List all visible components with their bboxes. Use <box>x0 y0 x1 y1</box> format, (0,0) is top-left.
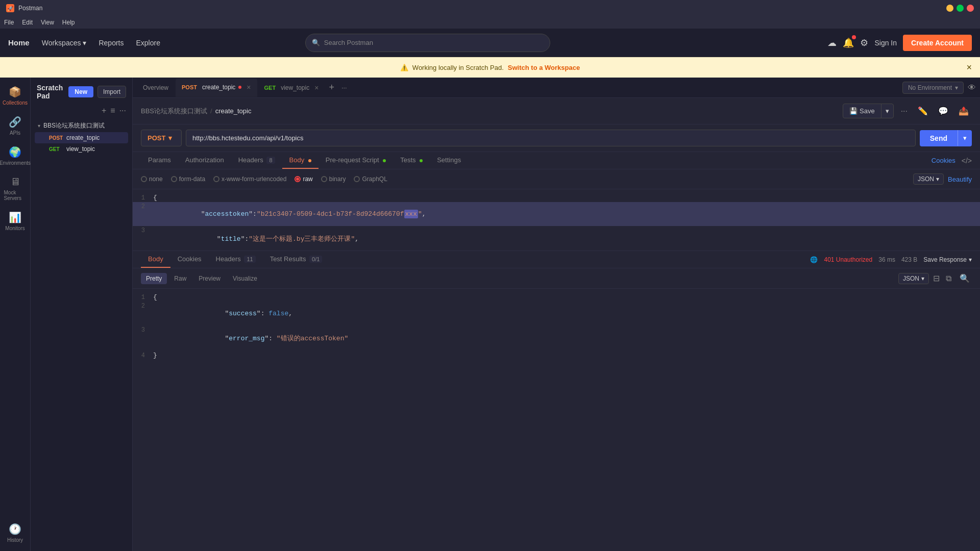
settings-icon[interactable]: ⚙ <box>860 37 868 48</box>
tab-close-icon[interactable]: × <box>247 83 251 91</box>
code-view-icon[interactable]: </> <box>962 157 972 165</box>
response-json-selector[interactable]: JSON ▾ <box>898 273 929 284</box>
collections-icon: 📦 <box>9 86 21 98</box>
comment-icon-button[interactable]: 💬 <box>935 103 951 119</box>
response-tab-body[interactable]: Body <box>141 251 170 268</box>
breadcrumb-bar: BBS论坛系统接口测试 / create_topic 💾 Save ▾ ··· … <box>133 98 980 124</box>
response-format-pretty[interactable]: Pretty <box>141 273 167 284</box>
breadcrumb-collection[interactable]: BBS论坛系统接口测试 <box>141 107 207 116</box>
add-tab-button[interactable]: + <box>326 82 337 93</box>
collection-item-bbs[interactable]: ▾ BBS论坛系统接口测试 <box>35 119 128 132</box>
sidebar-item-collections[interactable]: 📦 Collections <box>2 82 29 110</box>
scratch-pad-title: Scratch Pad <box>37 84 68 100</box>
test-results-badge: 0/1 <box>309 256 322 263</box>
banner-close-button[interactable]: × <box>966 62 972 73</box>
format-none[interactable]: none <box>141 176 163 183</box>
topnav-right: ☁ 🔔 ⚙ Sign In Create Account <box>827 35 972 51</box>
url-input[interactable] <box>186 130 916 146</box>
close-button[interactable] <box>967 5 974 12</box>
send-dropdown-arrow[interactable]: ▾ <box>958 130 972 146</box>
switch-workspace-link[interactable]: Switch to a Workspace <box>508 64 580 71</box>
search-bar[interactable]: 🔍 Search Postman <box>305 34 550 52</box>
reports-link[interactable]: Reports <box>99 39 124 47</box>
format-graphql[interactable]: GraphQL <box>354 176 387 183</box>
sidebar-item-apis[interactable]: 🔗 APIs <box>2 112 29 140</box>
import-button[interactable]: Import <box>97 86 126 98</box>
more-options-icon[interactable]: ··· <box>119 106 126 115</box>
copy-response-button[interactable]: ⧉ <box>944 272 953 285</box>
request-item-create-topic[interactable]: POST create_topic <box>35 132 128 143</box>
tab-settings[interactable]: Settings <box>430 152 468 169</box>
menu-file[interactable]: File <box>4 19 14 26</box>
menu-edit[interactable]: Edit <box>22 19 33 26</box>
banner-text: Working locally in Scratch Pad. <box>412 64 504 71</box>
tab-create-topic[interactable]: POST create_topic × <box>176 79 257 97</box>
search-response-button[interactable]: 🔍 <box>958 271 972 285</box>
new-button[interactable]: New <box>68 86 93 97</box>
resp-line-4: 4 } <box>133 351 980 360</box>
method-selector[interactable]: POST ▾ <box>141 130 182 146</box>
cloud-icon[interactable]: ☁ <box>827 37 837 48</box>
sidebar-item-mock-servers[interactable]: 🖥 Mock Servers <box>2 172 29 205</box>
beautify-button[interactable]: Beautify <box>948 176 972 183</box>
notification-icon[interactable]: 🔔 <box>843 37 854 48</box>
tab-tests[interactable]: Tests <box>393 152 430 169</box>
menu-view[interactable]: View <box>41 19 54 26</box>
search-icon: 🔍 <box>312 39 320 46</box>
edit-icon-button[interactable]: ✏️ <box>915 103 931 119</box>
sort-icon[interactable]: ≡ <box>110 106 115 115</box>
share-icon-button[interactable]: 📤 <box>955 103 972 119</box>
more-options-button[interactable]: ··· <box>898 104 911 119</box>
response-format-raw[interactable]: Raw <box>169 273 191 284</box>
response-format-visualize[interactable]: Visualize <box>228 273 262 284</box>
chevron-down-icon: ▾ <box>955 84 958 91</box>
tab-body[interactable]: Body <box>282 152 318 169</box>
format-raw[interactable]: raw <box>295 176 312 183</box>
json-chevron-icon: ▾ <box>936 176 939 183</box>
send-button[interactable]: Send <box>920 130 958 146</box>
format-form-data[interactable]: form-data <box>171 176 205 183</box>
explore-link[interactable]: Explore <box>136 39 160 47</box>
response-tab-cookies[interactable]: Cookies <box>170 251 209 268</box>
eye-icon[interactable]: 👁 <box>968 83 976 92</box>
response-format-preview[interactable]: Preview <box>193 273 226 284</box>
response-tab-headers[interactable]: Headers 11 <box>209 251 263 268</box>
tab-authorization[interactable]: Authorization <box>178 152 231 169</box>
more-tabs-button[interactable]: ··· <box>338 84 350 91</box>
tab-pre-request-script[interactable]: Pre-request Script <box>318 152 393 169</box>
home-link[interactable]: Home <box>8 38 30 47</box>
env-selector-label: No Environment <box>908 84 952 91</box>
mock-servers-icon: 🖥 <box>10 176 20 188</box>
filter-icon[interactable]: ⊟ <box>933 273 940 283</box>
save-response-button[interactable]: Save Response ▾ <box>923 256 972 263</box>
save-button[interactable]: 💾 Save <box>843 104 881 118</box>
tab-overview[interactable]: Overview <box>137 79 175 97</box>
request-item-view-topic[interactable]: GET view_topic <box>35 143 128 155</box>
tab-params[interactable]: Params <box>141 152 178 169</box>
json-format-selector[interactable]: JSON ▾ <box>913 173 944 185</box>
create-account-button[interactable]: Create Account <box>903 35 972 51</box>
method-label: POST <box>148 134 165 142</box>
tab-get-method: GET <box>264 85 276 91</box>
response-tab-test-results[interactable]: Test Results 0/1 <box>263 251 330 268</box>
cookies-link[interactable]: Cookies <box>932 157 955 164</box>
request-body-editor[interactable]: 1 { 2 "accesstoken":"b21c3407-0509-4dc1-… <box>133 189 980 251</box>
signin-button[interactable]: Sign In <box>874 39 897 47</box>
sidebar-item-history[interactable]: 🕐 History <box>2 519 29 547</box>
tab-view-topic[interactable]: GET view_topic × <box>258 79 325 97</box>
minimize-button[interactable] <box>946 5 953 12</box>
format-urlencoded[interactable]: x-www-form-urlencoded <box>213 176 286 183</box>
post-badge: POST <box>49 135 63 141</box>
format-binary[interactable]: binary <box>321 176 346 183</box>
tab-headers[interactable]: Headers 8 <box>231 152 282 169</box>
add-collection-icon[interactable]: + <box>102 106 106 115</box>
env-selector[interactable]: No Environment ▾ <box>902 82 964 94</box>
tab-view-close-icon[interactable]: × <box>314 84 318 92</box>
resp-line-3: 3 "error_msg": "错误的accessToken" <box>133 325 980 351</box>
sidebar-item-environments[interactable]: 🌍 Environments <box>2 142 29 170</box>
menu-help[interactable]: Help <box>62 19 75 26</box>
workspaces-menu[interactable]: Workspaces ▾ <box>42 39 87 47</box>
maximize-button[interactable] <box>957 5 964 12</box>
sidebar-item-monitors[interactable]: 📊 Monitors <box>2 207 29 235</box>
save-dropdown-arrow[interactable]: ▾ <box>881 104 893 118</box>
